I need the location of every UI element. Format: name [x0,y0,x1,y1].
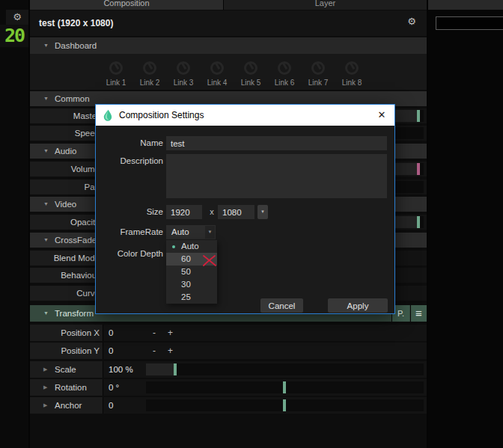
position-x-decrement-button[interactable]: - [153,325,156,341]
slider-tick [283,381,286,393]
common-label: Common [55,91,90,106]
apply-button[interactable]: Apply [328,298,388,313]
size-preset-dropdown-button[interactable] [257,205,268,219]
fps-display: 20 [0,25,28,47]
menu-item-25[interactable]: 25 [166,291,217,304]
description-input[interactable] [166,154,387,198]
menu-item-50[interactable]: 50 [166,266,217,278]
hamburger-menu-icon [415,310,422,319]
speed-label: Speed [30,126,103,141]
menu-item-label: 60 [181,254,191,263]
left-toolbar: 20 [0,0,28,448]
link-7-knob[interactable] [311,61,325,75]
collapse-arrow-icon [43,144,49,159]
section-header-dashboard[interactable]: Dashboard [30,37,427,54]
dialog-title: Composition Settings [119,105,204,126]
link-5-knob[interactable] [244,61,257,75]
rotation-label-cell[interactable]: Rotation [30,379,103,396]
behaviour-label: Behaviour [30,268,103,283]
menu-item-label: Auto [181,242,199,251]
rotation-label: Rotation [55,379,87,396]
menu-item-60[interactable]: 60 [166,253,217,266]
framerate-value: Auto [171,225,189,239]
dialog-titlebar[interactable]: Composition Settings ✕ [96,105,394,126]
description-label: Description [103,154,163,168]
dashboard-knobs: Link 1 Link 2 Link 3 Link 4 Link 5 Link … [30,55,427,90]
tab-bar-continuation [428,0,503,10]
dashboard-section: Dashboard Link 1 Link 2 Link 3 Link 4 Li… [30,37,427,90]
anchor-value[interactable]: 0 [109,397,113,414]
position-x-increment-button[interactable]: + [168,325,173,341]
link-8-label: Link 8 [335,79,368,87]
tab-layer-label: Layer [224,0,427,10]
slider-tick [174,363,177,375]
menu-item-label: 25 [181,292,191,301]
opacity-label: Opacity [30,215,103,230]
composition-settings-gear-icon[interactable] [406,16,418,28]
p-button-label: P. [397,309,404,318]
link-8-knob[interactable] [345,61,359,75]
position-y-value[interactable]: 0 [109,343,113,359]
scale-label-cell[interactable]: Scale [30,361,103,378]
menu-item-30[interactable]: 30 [166,278,217,291]
scale-value[interactable]: 100 % [109,361,133,378]
size-label: Size [103,205,163,219]
scale-slider[interactable] [146,363,424,375]
row-scale: Scale 100 % [30,361,427,378]
tab-composition[interactable]: Composition [30,0,223,10]
link-2-knob[interactable] [143,61,156,75]
row-position-y: Position Y 0 - + [30,343,427,359]
preferences-button[interactable] [6,10,28,25]
composition-settings-dialog: Composition Settings ✕ Name Description … [95,104,395,314]
link-4-knob[interactable] [210,61,224,75]
name-input[interactable] [166,136,387,150]
size-width-input[interactable] [166,205,202,219]
slider-tick [417,163,420,175]
tab-composition-label: Composition [30,0,223,10]
menu-item-auto[interactable]: Auto [166,240,217,253]
transform-label: Transform [55,305,94,322]
position-y-decrement-button[interactable]: - [153,343,156,359]
crossfade-label: CrossFade [55,233,97,248]
bpm-field[interactable] [436,16,503,30]
cancel-button[interactable]: Cancel [260,298,303,313]
framerate-dropdown-menu: Auto 60 50 30 25 [166,240,217,304]
slider-fill [146,363,174,375]
link-1-knob[interactable] [109,61,123,75]
size-separator: x [207,205,217,219]
link-5-label: Link 5 [234,79,267,87]
curve-label: Curve [30,286,103,301]
collapse-arrow-icon [43,305,49,322]
link-2-label: Link 2 [133,79,166,87]
dialog-close-button[interactable]: ✕ [374,105,389,126]
scale-label: Scale [55,361,76,378]
expand-arrow-icon [43,397,47,414]
framerate-dropdown[interactable]: Auto [166,225,216,239]
transform-menu-button[interactable] [410,305,427,322]
anchor-label-cell[interactable]: Anchor [30,397,103,414]
link-3-knob[interactable] [177,61,190,75]
row-rotation: Rotation 0 ° [30,379,427,396]
size-height-input[interactable] [218,205,254,219]
tab-layer[interactable]: Layer [224,0,427,10]
slider-tick [283,399,286,411]
link-6-label: Link 6 [268,79,301,87]
framerate-label: FrameRate [103,225,163,239]
position-x-value[interactable]: 0 [109,325,113,341]
dashboard-label: Dashboard [55,37,97,54]
rotation-slider[interactable] [146,381,424,393]
collapse-arrow-icon [43,233,49,248]
link-3-label: Link 3 [167,79,200,87]
pan-label: Pan [30,179,103,194]
app-window: 20 Composition Layer test (1920 x 1080) … [0,0,503,448]
position-y-increment-button[interactable]: + [168,343,173,359]
anchor-slider[interactable] [146,399,424,411]
volume-label: Volume [30,162,103,177]
link-6-knob[interactable] [278,61,291,75]
row-anchor: Anchor 0 [30,397,427,414]
menu-item-label: 30 [181,280,191,289]
link-4-label: Link 4 [201,79,234,87]
video-label: Video [55,197,76,212]
expand-arrow-icon [43,361,47,378]
rotation-value[interactable]: 0 ° [109,379,119,396]
